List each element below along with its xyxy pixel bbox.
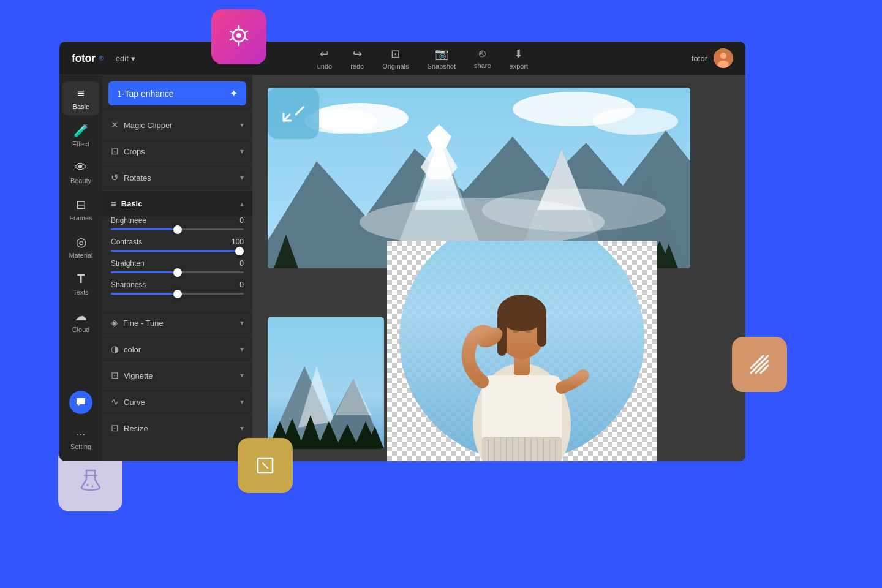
redo-button[interactable]: ↪ redo: [350, 47, 364, 70]
resize-icon: ⊡: [111, 423, 119, 434]
vignette-section: ⊡ Vignette ▾: [102, 362, 252, 388]
sharpness-row: Sharpness 0: [111, 281, 244, 295]
straighten-row: Straighten 0: [111, 259, 244, 273]
tools-panel: 1-Tap enhance ✦ ✕ Magic Clipper ▾ ⊡: [102, 75, 252, 461]
edit-dropdown[interactable]: edit ▾: [116, 54, 135, 63]
sidebar-item-beauty[interactable]: 👁 Beauty: [62, 156, 99, 189]
svg-rect-62: [537, 313, 546, 347]
svg-line-5: [244, 38, 247, 40]
rotates-chevron: ▾: [240, 173, 244, 182]
vignette-icon: ⊡: [111, 370, 119, 381]
crops-header[interactable]: ⊡ Crops ▾: [102, 138, 252, 164]
color-section: ◑ color ▾: [102, 336, 252, 362]
vignette-header[interactable]: ⊡ Vignette ▾: [102, 363, 252, 388]
share-button[interactable]: ⎋ share: [474, 47, 491, 69]
svg-point-64: [526, 330, 530, 333]
svg-point-19: [718, 61, 729, 68]
snapshot-button[interactable]: 📷 Snapshot: [428, 47, 456, 70]
straighten-slider[interactable]: [111, 271, 244, 273]
person-image: [387, 241, 657, 461]
magic-clipper-section: ✕ Magic Clipper ▾: [102, 111, 252, 138]
user-label: fotor: [692, 54, 707, 63]
curve-chevron: ▾: [240, 398, 244, 406]
svg-line-9: [263, 463, 268, 468]
svg-point-63: [513, 330, 518, 333]
svg-point-18: [720, 53, 726, 59]
sidebar-item-effect[interactable]: 🧪 Effect: [62, 118, 99, 153]
beauty-icon: 👁: [75, 160, 87, 175]
sidebar-item-material[interactable]: ◎ Material: [62, 230, 99, 264]
contrast-slider[interactable]: [111, 250, 244, 252]
rotates-header[interactable]: ↺ Rotates ▾: [102, 165, 252, 190]
basic-section-icon: ≡: [111, 198, 116, 209]
user-avatar[interactable]: [714, 48, 733, 68]
sidebar-item-frames[interactable]: ⊟ Frames: [62, 192, 99, 227]
crops-chevron: ▾: [240, 147, 244, 156]
logo-reg: ®: [99, 55, 103, 62]
toolbar: fotor® edit ▾ ↩ undo ↪ redo ⊡ Originals …: [59, 42, 745, 75]
icon-sidebar: ≡ Basic 🧪 Effect 👁 Beauty ⊟ Frames ◎ Mat…: [59, 75, 102, 461]
undo-icon: ↩: [320, 47, 329, 61]
main-content: ≡ Basic 🧪 Effect 👁 Beauty ⊟ Frames ◎ Mat…: [59, 75, 745, 461]
curve-section: ∿ Curve ▾: [102, 388, 252, 415]
vignette-chevron: ▾: [240, 371, 244, 380]
toolbar-right: fotor: [692, 48, 733, 68]
magic-clipper-header[interactable]: ✕ Magic Clipper ▾: [102, 112, 252, 138]
basic-icon: ≡: [77, 86, 85, 100]
frames-icon: ⊟: [76, 197, 86, 212]
export-button[interactable]: ⬇ export: [510, 47, 529, 70]
rotates-icon: ↺: [111, 172, 119, 183]
basic-section: ≡ Basic ▴ Brightneee 0: [102, 190, 252, 309]
svg-point-34: [482, 189, 666, 232]
settings-button[interactable]: ··· Setting: [66, 423, 96, 455]
crops-section: ⊡ Crops ▾: [102, 138, 252, 164]
enhance-icon: ✦: [230, 88, 238, 99]
effect-icon: 🧪: [74, 123, 89, 138]
resize-chevron: ▾: [240, 424, 244, 432]
magic-clipper-chevron: ▾: [240, 121, 244, 129]
collapse-card[interactable]: [268, 88, 319, 139]
fine-tune-header[interactable]: ◈ Fine - Tune ▾: [102, 310, 252, 336]
brightness-row: Brightneee 0: [111, 216, 244, 230]
brightness-slider[interactable]: [111, 228, 244, 230]
stripe-card: [732, 337, 787, 392]
svg-line-7: [244, 31, 247, 33]
originals-button[interactable]: ⊡ Originals: [382, 47, 409, 70]
svg-line-4: [230, 31, 233, 33]
contrast-row: Contrasts 100: [111, 238, 244, 252]
resize-section: ⊡ Resize ▾: [102, 415, 252, 441]
curve-header[interactable]: ∿ Curve ▾: [102, 389, 252, 415]
basic-header[interactable]: ≡ Basic ▴: [102, 191, 252, 216]
sharpness-slider[interactable]: [111, 293, 244, 295]
chat-button[interactable]: [69, 391, 92, 414]
fine-tune-chevron: ▾: [240, 318, 244, 327]
sidebar-item-cloud[interactable]: ☁ Cloud: [62, 304, 99, 338]
logo: fotor®: [72, 52, 104, 65]
svg-point-1: [236, 33, 241, 38]
undo-button[interactable]: ↩ undo: [317, 47, 332, 70]
svg-point-11: [86, 484, 89, 486]
logo-text: fotor: [72, 52, 95, 65]
color-header[interactable]: ◑ color ▾: [102, 336, 252, 362]
color-icon: ◑: [111, 344, 119, 355]
one-tap-enhance-button[interactable]: 1-Tap enhance ✦: [108, 81, 246, 105]
svg-line-6: [230, 38, 233, 40]
settings-dots-icon: ···: [76, 428, 85, 441]
color-chevron: ▾: [240, 345, 244, 353]
magic-clipper-icon: ✕: [111, 119, 119, 130]
svg-point-24: [592, 108, 678, 135]
sidebar-item-basic[interactable]: ≡ Basic: [62, 81, 99, 115]
export-icon: ⬇: [514, 47, 523, 61]
cloud-icon: ☁: [75, 309, 87, 323]
resize-header[interactable]: ⊡ Resize ▾: [102, 415, 252, 441]
canvas-area: [252, 75, 745, 461]
fine-tune-section: ◈ Fine - Tune ▾: [102, 309, 252, 336]
rotates-section: ↺ Rotates ▾: [102, 164, 252, 190]
share-icon: ⎋: [479, 47, 486, 60]
sidebar-item-texts[interactable]: T Texts: [62, 267, 99, 301]
fine-tune-icon: ◈: [111, 317, 118, 328]
mountain-small-image: [268, 317, 384, 449]
curve-icon: ∿: [111, 396, 119, 407]
eye-card: [211, 9, 266, 64]
basic-chevron: ▴: [240, 200, 244, 208]
